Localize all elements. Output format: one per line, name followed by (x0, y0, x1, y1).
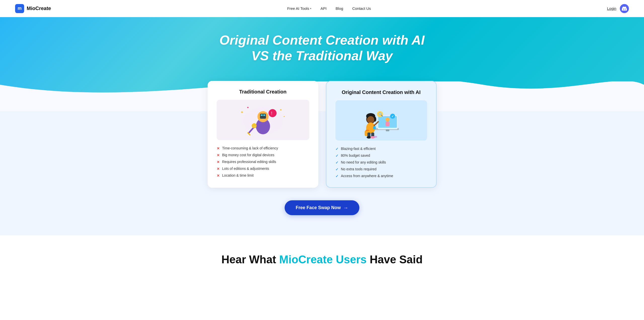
svg-text:✦: ✦ (240, 110, 244, 114)
svg-text:✦: ✦ (247, 106, 249, 109)
arrow-icon: → (343, 205, 348, 211)
comparison-cards: Traditional Creation ✦ ✦ ✦ ✦ (203, 81, 442, 188)
svg-text:→: → (253, 124, 256, 128)
navbar-right: Login (607, 4, 629, 13)
nav-api[interactable]: API (320, 6, 326, 11)
svg-rect-20 (386, 122, 390, 126)
list-item: ✕ Location & time limit (217, 173, 309, 178)
svg-rect-9 (263, 114, 265, 116)
svg-point-25 (367, 116, 374, 123)
svg-text:✓: ✓ (391, 115, 394, 118)
nav-blog[interactable]: Blog (336, 6, 343, 11)
list-item: ✓ No extra tools required (335, 167, 427, 171)
traditional-card: Traditional Creation ✦ ✦ ✦ ✦ (208, 81, 318, 188)
list-item: ✕ Time-consuming & lack of efficiency (217, 146, 309, 150)
list-item: ✓ No need for any editing skills (335, 160, 427, 165)
svg-text:✦: ✦ (279, 108, 282, 112)
svg-rect-33 (366, 130, 369, 131)
check-icon: ✓ (335, 154, 338, 158)
nav-links: Free AI Tools ▾ API Blog Contact Us (287, 6, 371, 11)
svg-rect-21 (386, 129, 389, 131)
ai-card: Original Content Creation with AI (326, 81, 437, 188)
list-item: ✓ Access from anywhere & anytime (335, 174, 427, 178)
nav-contact-us[interactable]: Contact Us (352, 6, 371, 11)
traditional-card-title: Traditional Creation (217, 89, 309, 95)
navbar: m MioCreate Free AI Tools ▾ API Blog Con… (0, 0, 644, 17)
svg-rect-8 (261, 114, 263, 116)
hero-title: Original Content Creation with AI VS the… (5, 32, 639, 64)
svg-text:!: ! (271, 111, 272, 116)
svg-point-19 (386, 118, 390, 122)
cards-section: Traditional Creation ✦ ✦ ✦ ✦ (0, 111, 644, 235)
cta-row: Free Face Swap Now → (285, 200, 359, 215)
traditional-illustration: ✦ ✦ ✦ ✦ ! (217, 100, 309, 140)
nav-free-ai-tools[interactable]: Free AI Tools ▾ (287, 6, 311, 11)
list-item: ✕ Big money cost for digital devices (217, 153, 309, 157)
ai-illustration: ✓ 🔍 (335, 100, 427, 141)
svg-text:🔍: 🔍 (378, 112, 383, 117)
x-icon: ✕ (217, 146, 220, 150)
ai-list: ✓ Blazing-fast & efficient ✓ 80% budget … (335, 147, 427, 178)
list-item: ✕ Requires professional editing skills (217, 160, 309, 164)
login-link[interactable]: Login (607, 6, 616, 11)
svg-rect-34 (373, 126, 376, 129)
list-item: ✓ 80% budget saved (335, 153, 427, 158)
svg-point-12 (269, 109, 277, 117)
testimonial-section: Hear What MioCreate Users Have Said (0, 235, 644, 276)
discord-button[interactable] (620, 4, 629, 13)
check-icon: ✓ (335, 147, 338, 151)
check-icon: ✓ (335, 174, 338, 178)
svg-text:✦: ✦ (283, 115, 285, 118)
testimonial-title: Hear What MioCreate Users Have Said (5, 253, 639, 266)
x-icon: ✕ (217, 174, 220, 178)
logo-text: MioCreate (27, 6, 51, 11)
traditional-list: ✕ Time-consuming & lack of efficiency ✕ … (217, 146, 309, 178)
ai-card-title: Original Content Creation with AI (335, 89, 427, 95)
logo-area: m MioCreate (15, 4, 51, 13)
x-icon: ✕ (217, 160, 220, 164)
list-item: ✕ Lots of editions & adjustments (217, 167, 309, 171)
chevron-down-icon: ▾ (310, 7, 311, 10)
free-face-swap-button[interactable]: Free Face Swap Now → (285, 200, 359, 215)
list-item: ✓ Blazing-fast & efficient (335, 147, 427, 151)
x-icon: ✕ (217, 153, 220, 157)
svg-point-39 (373, 136, 377, 138)
check-icon: ✓ (335, 161, 338, 165)
svg-rect-7 (260, 114, 266, 119)
x-icon: ✕ (217, 167, 220, 171)
check-icon: ✓ (335, 167, 338, 171)
logo-icon: m (15, 4, 24, 13)
